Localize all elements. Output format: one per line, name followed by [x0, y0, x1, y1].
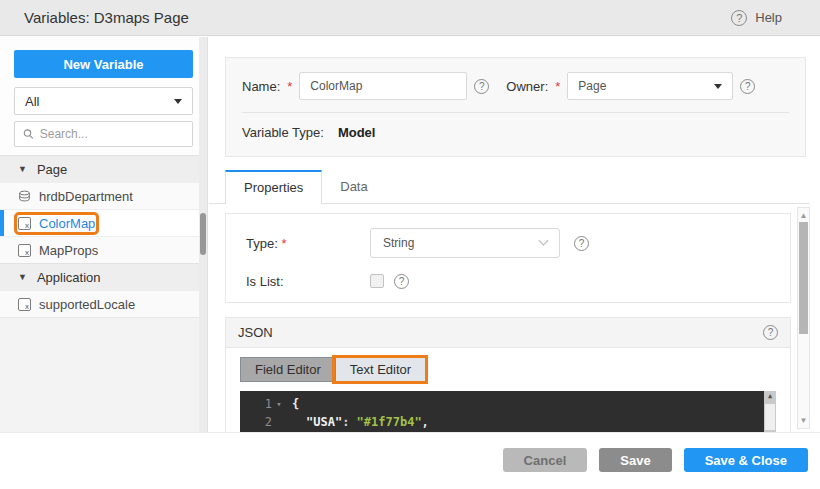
model-variable-icon — [18, 298, 31, 311]
name-label: Name: — [242, 79, 280, 94]
type-select[interactable]: String — [370, 228, 560, 258]
database-variable-icon — [18, 190, 31, 203]
type-settings-panel: Type: * String Is List: — [225, 213, 791, 303]
tree-item-colormap[interactable]: ColorMap — [0, 209, 207, 236]
type-help-icon[interactable] — [574, 236, 589, 251]
field-editor-button[interactable]: Field Editor — [241, 358, 335, 381]
sidebar-controls: New Variable All — [0, 37, 207, 155]
variable-type-row: Variable Type: Model — [226, 113, 805, 140]
search-box[interactable] — [14, 121, 193, 147]
tree-item-mapprops[interactable]: MapProps — [0, 236, 207, 263]
tree-item-label: supportedLocale — [39, 297, 135, 312]
summary-row: Name: * Owner: * Page — [226, 58, 805, 100]
tree-item-label: ColorMap — [39, 216, 95, 231]
help-link[interactable]: Help — [731, 0, 782, 35]
content-scrollbar[interactable] — [797, 207, 810, 429]
variable-filter-value: All — [25, 94, 39, 109]
tab-data[interactable]: Data — [322, 170, 385, 204]
required-marker: * — [281, 236, 286, 251]
tree-item-label: hrdbDepartment — [39, 189, 133, 204]
scroll-down-icon[interactable] — [798, 416, 809, 425]
tree-group-label: Application — [37, 270, 101, 285]
is-list-label: Is List: — [246, 274, 370, 289]
footer-bar: Cancel Save Save & Close — [0, 432, 820, 489]
tree-item-supportedlocale[interactable]: supportedLocale — [0, 290, 207, 317]
code-line: 2 "USA": "#1f77b4", — [240, 413, 776, 431]
dialog-header: Variables: D3maps Page Help — [0, 0, 820, 36]
tree-group-page[interactable]: Page — [0, 155, 207, 182]
tree-item-hrdbdepartment[interactable]: hrdbDepartment — [0, 182, 207, 209]
caret-down-icon — [18, 272, 27, 282]
detail-tabs: Properties Data — [225, 170, 386, 204]
json-help-icon[interactable] — [763, 325, 778, 340]
type-label: Type: * — [246, 236, 370, 251]
required-marker: * — [555, 79, 560, 94]
type-row: Type: * String — [246, 228, 770, 258]
owner-label: Owner: — [506, 79, 548, 94]
chevron-down-icon — [539, 235, 549, 245]
new-variable-button[interactable]: New Variable — [14, 50, 193, 78]
model-variable-icon — [18, 217, 31, 230]
json-title: JSON — [238, 325, 273, 340]
line-number: 2 — [240, 413, 272, 431]
variables-sidebar: New Variable All Page — [0, 37, 208, 432]
variable-type-value: Model — [338, 125, 376, 140]
save-button[interactable]: Save — [599, 448, 671, 472]
line-number: 1 — [240, 395, 272, 413]
scroll-up-icon[interactable] — [798, 211, 809, 220]
scroll-up-icon[interactable] — [764, 392, 776, 400]
json-panel-body: Field Editor Text Editor 1 { 2 "USA": "# — [226, 348, 790, 432]
type-value: String — [383, 236, 414, 250]
name-input[interactable] — [299, 72, 467, 100]
owner-help-icon[interactable] — [740, 79, 755, 94]
is-list-help-icon[interactable] — [394, 274, 409, 289]
selected-indicator — [0, 210, 4, 236]
search-icon — [23, 128, 34, 140]
tree-group-application[interactable]: Application — [0, 263, 207, 290]
variable-summary-panel: Name: * Owner: * Page Variable Type: Mod… — [225, 57, 806, 157]
json-panel: JSON Field Editor Text Editor 1 { — [225, 317, 791, 432]
caret-down-icon — [714, 84, 722, 89]
variable-filter-select[interactable]: All — [14, 87, 193, 115]
caret-down-icon — [18, 164, 27, 174]
tab-properties[interactable]: Properties — [225, 170, 322, 204]
help-icon — [731, 10, 747, 26]
sidebar-empty-area — [0, 317, 207, 432]
caret-down-icon — [174, 99, 182, 104]
required-marker: * — [287, 79, 292, 94]
help-label: Help — [755, 10, 782, 25]
sidebar-scrollbar-thumb[interactable] — [200, 213, 206, 255]
search-input[interactable] — [40, 127, 184, 141]
variable-type-label: Variable Type: — [242, 125, 324, 140]
tree-item-label: MapProps — [39, 243, 98, 258]
owner-select[interactable]: Page — [567, 72, 733, 100]
json-code-editor[interactable]: 1 { 2 "USA": "#1f77b4", 3 "RUS": — [240, 391, 776, 432]
variable-detail-pane: Name: * Owner: * Page Variable Type: Mod… — [209, 37, 820, 432]
footer-buttons: Cancel Save Save & Close — [503, 448, 808, 472]
owner-value: Page — [578, 79, 606, 93]
text-editor-button[interactable]: Text Editor — [335, 358, 425, 381]
save-and-close-button[interactable]: Save & Close — [684, 448, 808, 472]
editor-scrollbar[interactable] — [764, 391, 776, 432]
properties-tab-content: Type: * String Is List: JSO — [209, 204, 820, 432]
annotation-highlight: ColorMap — [18, 216, 95, 231]
json-panel-header: JSON — [226, 318, 790, 348]
variables-tree: Page hrdbDepartment ColorMap — [0, 155, 207, 317]
editor-mode-group: Field Editor Text Editor — [240, 357, 426, 382]
name-help-icon[interactable] — [474, 79, 489, 94]
code-line: 1 { — [240, 395, 776, 413]
is-list-row: Is List: — [246, 272, 770, 290]
editor-scrollbar-thumb[interactable] — [765, 404, 775, 430]
fold-caret-icon[interactable] — [272, 395, 286, 413]
is-list-checkbox[interactable] — [370, 274, 384, 288]
sidebar-scrollbar[interactable] — [199, 37, 207, 432]
tree-group-label: Page — [37, 162, 67, 177]
model-variable-icon — [18, 244, 31, 257]
content-scrollbar-thumb[interactable] — [799, 222, 808, 334]
page-title: Variables: D3maps Page — [24, 9, 189, 26]
cancel-button[interactable]: Cancel — [503, 448, 588, 472]
